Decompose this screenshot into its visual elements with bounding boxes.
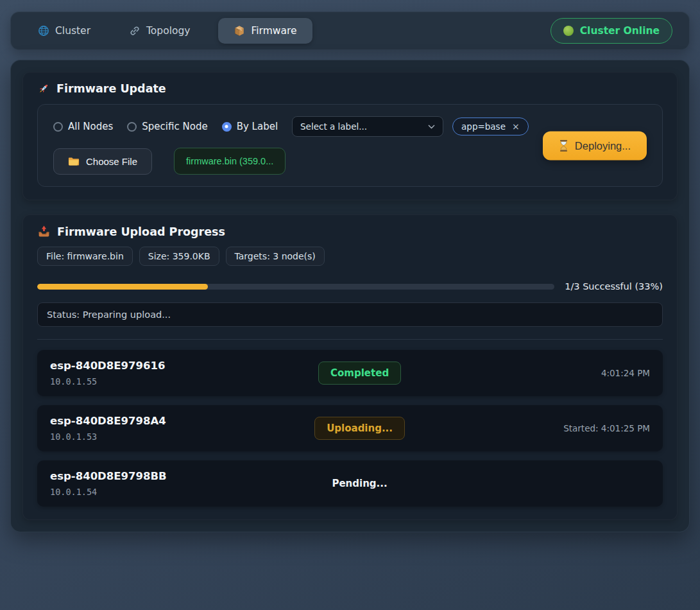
label-select-dropdown[interactable]: Select a label... <box>292 116 443 137</box>
node-status-badge: Uploading... <box>314 417 405 440</box>
card-title-text: Firmware Update <box>56 82 166 95</box>
firmware-update-card: Firmware Update All Nodes Specific Node … <box>22 72 678 200</box>
link-icon <box>129 25 141 37</box>
node-status: Uploading... <box>263 417 457 440</box>
radio-label: Specific Node <box>142 121 207 132</box>
cluster-online-label: Cluster Online <box>580 25 660 37</box>
radio-icon <box>127 122 137 132</box>
package-icon <box>234 25 245 37</box>
deploy-button[interactable]: Deploying... <box>543 131 647 160</box>
choose-file-label: Choose File <box>86 156 137 167</box>
node-status: Completed <box>263 362 457 385</box>
label-tag-app-base: app=base × <box>452 118 529 135</box>
node-status: Pending... <box>263 473 457 494</box>
tab-label: Firmware <box>251 25 296 37</box>
node-status-badge: Pending... <box>332 473 387 494</box>
tab-cluster[interactable]: Cluster <box>28 19 101 43</box>
node-info: esp-840D8E9798A4 10.0.1.53 <box>50 415 263 442</box>
node-time: 4:01:24 PM <box>456 368 650 378</box>
tab-firmware[interactable]: Firmware <box>218 18 312 44</box>
progress-row: 1/3 Successful (33%) <box>37 281 663 292</box>
cluster-online-badge[interactable]: Cluster Online <box>551 18 672 44</box>
main-panel: Firmware Update All Nodes Specific Node … <box>10 60 690 532</box>
chevron-down-icon <box>428 125 435 129</box>
radio-icon <box>222 122 232 132</box>
upload-progress-card: Firmware Upload Progress File: firmware.… <box>22 214 678 520</box>
choose-file-button[interactable]: Choose File <box>53 148 152 175</box>
chip-file: File: firmware.bin <box>37 247 133 266</box>
radio-by-label[interactable]: By Label <box>222 121 278 132</box>
globe-icon <box>38 25 49 37</box>
tab-label: Topology <box>146 25 190 37</box>
radio-icon <box>53 122 63 132</box>
radio-label: All Nodes <box>68 121 113 132</box>
radio-all-nodes[interactable]: All Nodes <box>53 121 113 132</box>
top-nav: Cluster Topology Firmware Cluster Online <box>10 12 690 50</box>
upload-progress-title: Firmware Upload Progress <box>37 225 663 238</box>
node-info: esp-840D8E979616 10.0.1.55 <box>50 360 263 387</box>
upload-tray-icon <box>37 225 51 238</box>
node-row: esp-840D8E9798A4 10.0.1.53 Uploading... … <box>37 405 663 451</box>
deploy-form: All Nodes Specific Node By Label Select … <box>37 104 663 187</box>
node-ip: 10.0.1.55 <box>50 376 263 387</box>
progress-label: 1/3 Successful (33%) <box>565 281 663 292</box>
green-dot-icon <box>563 26 574 36</box>
hourglass-icon <box>559 139 568 152</box>
node-name: esp-840D8E9798A4 <box>50 415 263 427</box>
tab-topology[interactable]: Topology <box>119 19 200 43</box>
node-ip: 10.0.1.54 <box>50 487 263 497</box>
node-row: esp-840D8E979616 10.0.1.55 Completed 4:0… <box>37 350 663 396</box>
label-tag-text: app=base <box>461 121 506 132</box>
node-name: esp-840D8E979616 <box>50 360 263 372</box>
rocket-icon <box>37 82 50 95</box>
node-status-badge: Completed <box>318 362 401 385</box>
node-info: esp-840D8E9798BB 10.0.1.54 <box>50 470 263 497</box>
node-ip: 10.0.1.53 <box>50 431 263 442</box>
upload-meta-chips: File: firmware.bin Size: 359.0KB Targets… <box>37 247 663 266</box>
tab-label: Cluster <box>55 25 90 37</box>
card-title-text: Firmware Upload Progress <box>57 225 225 238</box>
tag-remove-icon[interactable]: × <box>512 121 520 132</box>
chip-targets: Targets: 3 node(s) <box>226 247 325 266</box>
node-name: esp-840D8E9798BB <box>50 470 263 482</box>
deploy-button-label: Deploying... <box>575 139 631 152</box>
folder-icon <box>68 157 80 166</box>
selected-file-button[interactable]: firmware.bin (359.0... <box>174 148 286 175</box>
chip-size: Size: 359.0KB <box>139 247 219 266</box>
node-row: esp-840D8E9798BB 10.0.1.54 Pending... <box>37 460 663 507</box>
node-list: esp-840D8E979616 10.0.1.55 Completed 4:0… <box>37 350 663 507</box>
firmware-update-title: Firmware Update <box>37 82 663 95</box>
divider <box>37 339 663 340</box>
upload-status-box: Status: Preparing upload... <box>37 302 663 327</box>
label-select-value: Select a label... <box>300 121 367 132</box>
node-time: Started: 4:01:25 PM <box>456 423 650 433</box>
radio-specific-node[interactable]: Specific Node <box>127 121 207 132</box>
progress-bar <box>37 284 554 290</box>
selected-file-label: firmware.bin (359.0... <box>186 156 273 166</box>
progress-fill <box>37 284 208 290</box>
radio-label: By Label <box>237 121 278 132</box>
